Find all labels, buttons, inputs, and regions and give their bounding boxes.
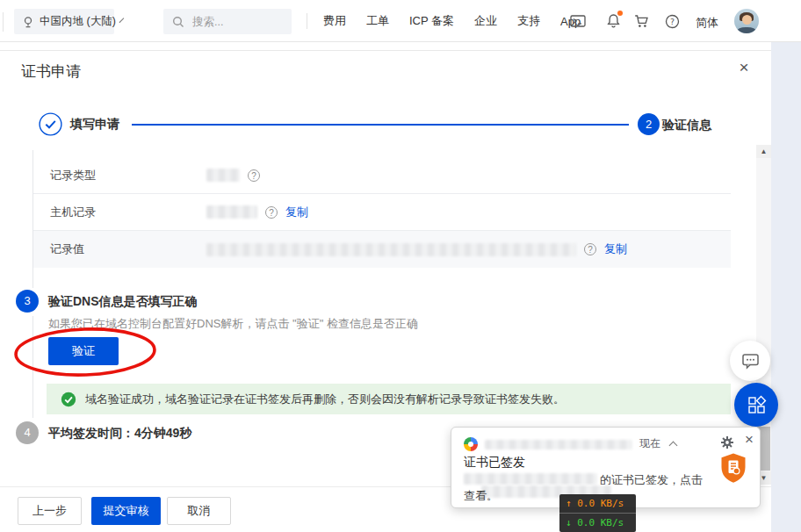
avatar-shirt — [737, 27, 756, 33]
avatar-face — [742, 15, 752, 25]
step4-issuance-time: 平均签发时间：4分钟49秒 — [48, 426, 191, 442]
copy-host-record-link[interactable]: 复制 — [285, 205, 308, 220]
mini-console-button[interactable] — [734, 383, 778, 427]
timeline-segment — [32, 316, 33, 418]
terminal-icon[interactable] — [570, 0, 586, 42]
user-avatar[interactable] — [734, 9, 759, 33]
step1-check-icon — [39, 112, 62, 136]
region-selector[interactable]: 中国内地 (大陆) — [14, 9, 114, 34]
record-type-label: 记录类型 — [50, 168, 206, 183]
success-check-icon — [61, 392, 76, 407]
submit-review-button[interactable]: 提交审核 — [91, 497, 161, 525]
step-connector-line — [132, 124, 629, 126]
notification-time: 现在 — [639, 436, 660, 451]
page-background-strip — [771, 42, 801, 532]
record-value-label: 记录值 — [50, 241, 206, 257]
success-message: 域名验证成功，域名验证记录在证书签发后再删除，否则会因没有解析记录导致证书签发失… — [85, 392, 565, 407]
chevron-up-icon — [669, 442, 678, 450]
notification-close-icon[interactable]: × — [741, 431, 757, 449]
step2-label: 验证信息 — [662, 118, 711, 133]
redacted-host-record-value — [206, 205, 257, 219]
step3-title: 验证DNS信息是否填写正确 — [48, 294, 198, 310]
page: 中国内地 (大陆) 费用 工单 ICP 备案 企业 支持 App — [0, 0, 801, 532]
upload-speed: ↑ 0.0 KB/s — [559, 494, 636, 514]
region-label: 中国内地 (大陆) — [40, 14, 116, 29]
cancel-button[interactable]: 取消 — [167, 497, 231, 525]
step3-description: 如果您已在域名控制台配置好DNS解析，请点击 "验证" 检查信息是否正确 — [48, 316, 418, 332]
dns-records-table: 记录类型 ? 主机记录 ? 复制 记录值 ? 复制 — [33, 157, 731, 268]
gear-icon[interactable] — [721, 436, 733, 449]
feedback-chat-button[interactable] — [730, 341, 770, 381]
language-switch[interactable]: 简体 — [696, 15, 718, 31]
notification-title: 证书已签发 — [464, 455, 525, 471]
dialog-close-icon[interactable]: × — [734, 58, 754, 77]
table-row-record-type: 记录类型 ? — [33, 157, 731, 194]
help-icon[interactable]: ? — [665, 0, 680, 42]
step4-number-badge: 4 — [16, 421, 39, 444]
menu-item-billing[interactable]: 费用 — [323, 13, 346, 29]
menu-divider — [307, 13, 307, 29]
browser-icon — [464, 437, 478, 451]
chat-bubble-icon — [741, 352, 760, 370]
success-banner: 域名验证成功，域名验证记录在证书签发后再删除，否则会因没有解析记录导致证书签发失… — [47, 384, 731, 414]
scroll-up-icon[interactable]: ▲ — [756, 145, 771, 158]
menu-item-ticket[interactable]: 工单 — [366, 13, 389, 29]
verify-button[interactable]: 验证 — [48, 337, 119, 365]
question-tooltip-icon[interactable]: ? — [248, 169, 260, 182]
topbar-left-divider — [3, 12, 4, 32]
table-row-record-value: 记录值 ? 复制 — [33, 231, 731, 268]
menu-item-company[interactable]: 企业 — [474, 13, 497, 29]
location-pin-icon — [22, 16, 34, 28]
redacted-record-value — [206, 243, 576, 256]
topbar-menu: 费用 工单 ICP 备案 企业 支持 App — [323, 0, 581, 42]
network-speed-overlay: ↑ 0.0 KB/s ↓ 0.0 KB/s — [559, 494, 636, 532]
cart-icon[interactable] — [634, 0, 649, 42]
previous-step-button[interactable]: 上一步 — [18, 497, 82, 525]
notification-dot — [617, 11, 623, 16]
notification-body: 的证书已签发，点击 — [600, 472, 703, 488]
svg-text:?: ? — [670, 17, 675, 26]
question-tooltip-icon[interactable]: ? — [584, 243, 596, 255]
menu-item-support[interactable]: 支持 — [517, 13, 540, 29]
menu-item-icp[interactable]: ICP 备案 — [409, 13, 454, 29]
step3-number-badge: 3 — [16, 290, 39, 313]
search-icon — [172, 16, 184, 28]
step2-number-badge: 2 — [638, 113, 660, 135]
chevron-down-icon — [119, 18, 124, 23]
search-box[interactable] — [163, 9, 292, 34]
notification-body-line2: 查看。 — [464, 488, 498, 504]
host-record-label: 主机记录 — [50, 205, 206, 220]
redacted-notification-source — [485, 440, 632, 449]
bell-icon[interactable] — [606, 0, 621, 42]
download-speed: ↓ 0.0 KB/s — [559, 514, 636, 532]
dialog-title: 证书申请 — [21, 61, 81, 82]
step1-label: 填写申请 — [70, 117, 119, 133]
redacted-record-type-value — [206, 169, 240, 182]
grid-diamond-icon — [747, 395, 767, 415]
search-input[interactable] — [191, 15, 282, 29]
certificate-shield-icon — [718, 452, 749, 484]
copy-record-value-link[interactable]: 复制 — [604, 241, 627, 257]
redacted-domain — [464, 473, 597, 485]
question-tooltip-icon[interactable]: ? — [265, 206, 278, 219]
top-navigation-bar: 中国内地 (大陆) 费用 工单 ICP 备案 企业 支持 App — [0, 0, 801, 42]
table-row-host-record: 主机记录 ? 复制 — [33, 194, 731, 231]
